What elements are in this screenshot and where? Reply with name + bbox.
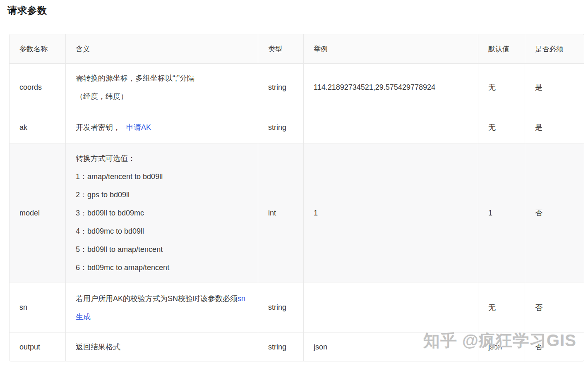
meaning-line: 3：bd09ll to bd09mc bbox=[76, 204, 250, 222]
param-meaning: 开发者密钥，申请AK bbox=[66, 111, 258, 144]
col-header-required: 是否必须 bbox=[525, 34, 584, 64]
meaning-line: 6：bd09mc to amap/tencent bbox=[76, 258, 250, 277]
col-header-param-name: 参数名称 bbox=[10, 34, 66, 64]
param-required: 否 bbox=[525, 144, 584, 282]
meaning-line: 需转换的源坐标，多组坐标以“;”分隔 bbox=[76, 69, 250, 87]
meaning-line: 2：gps to bd09ll bbox=[76, 186, 250, 204]
param-example bbox=[304, 282, 478, 333]
param-name: output bbox=[10, 333, 66, 361]
param-meaning: 转换方式可选值： 1：amap/tencent to bd09ll 2：gps … bbox=[66, 144, 258, 282]
param-default: 1 bbox=[478, 144, 525, 282]
meaning-line: （经度，纬度） bbox=[76, 87, 250, 105]
param-type: string bbox=[258, 111, 304, 144]
col-header-type: 类型 bbox=[258, 34, 304, 64]
param-type: int bbox=[258, 144, 304, 282]
param-name: model bbox=[10, 144, 66, 282]
param-name: ak bbox=[10, 111, 66, 144]
param-meaning: 返回结果格式 bbox=[66, 333, 258, 361]
param-type: string bbox=[258, 282, 304, 333]
param-required: 是 bbox=[525, 111, 584, 144]
meaning-line: 1：amap/tencent to bd09ll bbox=[76, 167, 250, 186]
table-row-ak: ak 开发者密钥，申请AK string 无 是 bbox=[10, 111, 584, 144]
table-header-row: 参数名称 含义 类型 举例 默认值 是否必须 bbox=[10, 34, 584, 64]
param-name: sn bbox=[10, 282, 66, 333]
param-required: 否 bbox=[525, 282, 584, 333]
param-required: 是 bbox=[525, 64, 584, 111]
meaning-line: 转换方式可选值： bbox=[76, 149, 250, 167]
col-header-meaning: 含义 bbox=[66, 34, 258, 64]
param-default: 无 bbox=[478, 282, 525, 333]
col-header-default: 默认值 bbox=[478, 34, 525, 64]
meaning-line: 返回结果格式 bbox=[76, 338, 250, 356]
request-params-table: 参数名称 含义 类型 举例 默认值 是否必须 coords 需转换的源坐标，多组… bbox=[9, 34, 584, 361]
param-meaning: 需转换的源坐标，多组坐标以“;”分隔 （经度，纬度） bbox=[66, 64, 258, 111]
meaning-text: 若用户所用AK的校验方式为SN校验时该参数必须 bbox=[76, 294, 238, 303]
param-meaning: 若用户所用AK的校验方式为SN校验时该参数必须sn生成 bbox=[66, 282, 258, 333]
param-example bbox=[304, 111, 478, 144]
param-default: 无 bbox=[478, 64, 525, 111]
apply-ak-link[interactable]: 申请AK bbox=[126, 123, 151, 132]
param-example: 114.21892734521,29.575429778924 bbox=[304, 64, 478, 111]
param-type: string bbox=[258, 333, 304, 361]
table-row-output: output 返回结果格式 string json json 否 bbox=[10, 333, 584, 361]
table-row-sn: sn 若用户所用AK的校验方式为SN校验时该参数必须sn生成 string 无 … bbox=[10, 282, 584, 333]
param-default: 无 bbox=[478, 111, 525, 144]
col-header-example: 举例 bbox=[304, 34, 478, 64]
table-row-coords: coords 需转换的源坐标，多组坐标以“;”分隔 （经度，纬度） string… bbox=[10, 64, 584, 111]
meaning-line: 4：bd09mc to bd09ll bbox=[76, 222, 250, 240]
param-default: json bbox=[478, 333, 525, 361]
param-example: 1 bbox=[304, 144, 478, 282]
page: 请求参数 参数名称 含义 类型 举例 默认值 是否必须 coords bbox=[0, 0, 588, 366]
page-title: 请求参数 bbox=[7, 4, 47, 17]
param-example: json bbox=[304, 333, 478, 361]
param-required: 否 bbox=[525, 333, 584, 361]
param-name: coords bbox=[10, 64, 66, 111]
param-type: string bbox=[258, 64, 304, 111]
meaning-line: 5：bd09ll to amap/tencent bbox=[76, 240, 250, 258]
table-row-model: model 转换方式可选值： 1：amap/tencent to bd09ll … bbox=[10, 144, 584, 282]
meaning-text: 开发者密钥， bbox=[76, 123, 120, 132]
